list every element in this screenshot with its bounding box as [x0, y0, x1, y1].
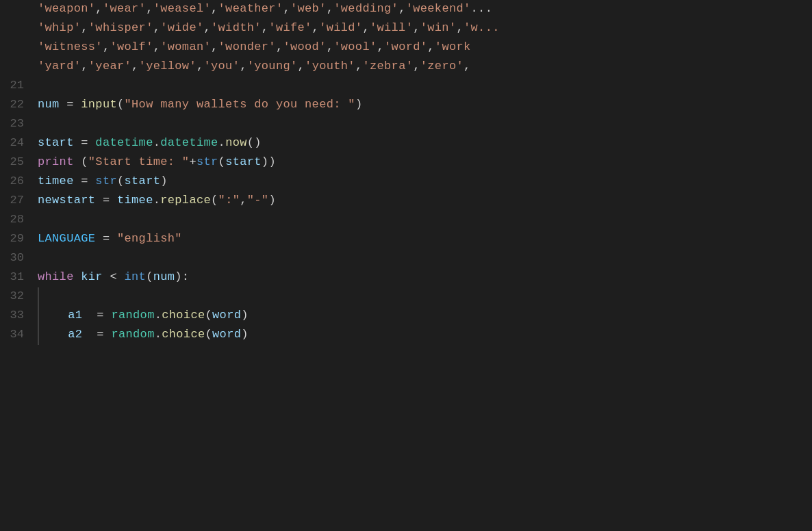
line-content: newstart = timee.replace(":","-"): [38, 192, 812, 209]
line-content: LANGUAGE = "english": [38, 230, 812, 248]
line-number: 29: [0, 230, 38, 248]
code-line: 'weapon','wear','weasel','weather','web'…: [0, 0, 812, 19]
line-content: while kir < int(num):: [38, 268, 812, 286]
line-number: 21: [0, 77, 38, 94]
code-line: 28: [0, 211, 812, 230]
line-number: 28: [0, 211, 38, 229]
indent-bar: [38, 307, 39, 326]
code-line: 32: [0, 287, 812, 307]
line-content: num = input("How many wallets do you nee…: [38, 96, 812, 114]
line-number: 22: [0, 96, 38, 114]
indent-bar: [38, 326, 39, 345]
line-number: 27: [0, 192, 38, 209]
line-content: 'yard','year','yellow','you','young','yo…: [38, 57, 812, 75]
code-line: 29LANGUAGE = "english": [0, 230, 812, 249]
code-line: 34 a2 = random.choice(word): [0, 326, 812, 345]
line-number: 26: [0, 172, 38, 190]
code-line: 21: [0, 77, 812, 96]
line-content: [38, 287, 812, 306]
line-number: 25: [0, 153, 38, 171]
line-content: a1 = random.choice(word): [38, 307, 812, 325]
code-editor: 'weapon','wear','weasel','weather','web'…: [0, 0, 812, 531]
line-number: 33: [0, 307, 38, 324]
code-line: 22num = input("How many wallets do you n…: [0, 96, 812, 115]
line-number: 34: [0, 326, 38, 344]
code-line: 25print ("Start time: "+str(start)): [0, 153, 812, 172]
code-line: 26timee = str(start): [0, 172, 812, 192]
code-line: 'witness','wolf','woman','wonder','wood'…: [0, 38, 812, 57]
code-line: 30: [0, 249, 812, 268]
line-number: 31: [0, 268, 38, 286]
code-line: 24start = datetime.datetime.now(): [0, 134, 812, 153]
code-line: 31while kir < int(num):: [0, 268, 812, 287]
line-number: 32: [0, 287, 38, 305]
code-line: 'yard','year','yellow','you','young','yo…: [0, 57, 812, 77]
line-content: a2 = random.choice(word): [38, 326, 812, 344]
code-line: 23: [0, 115, 812, 134]
code-line: 27newstart = timee.replace(":","-"): [0, 192, 812, 211]
indent-bar: [38, 287, 39, 307]
line-content: print ("Start time: "+str(start)): [38, 153, 812, 171]
line-number: 24: [0, 134, 38, 152]
line-content: timee = str(start): [38, 172, 812, 190]
line-content: 'witness','wolf','woman','wonder','wood'…: [38, 38, 812, 56]
line-content: 'whip','whisper','wide','width','wife','…: [38, 19, 812, 37]
line-number: 30: [0, 249, 38, 267]
line-number: 23: [0, 115, 38, 133]
code-line: 33 a1 = random.choice(word): [0, 307, 812, 326]
line-content: 'weapon','wear','weasel','weather','web'…: [38, 0, 812, 18]
line-content: start = datetime.datetime.now(): [38, 134, 812, 152]
code-line: 'whip','whisper','wide','width','wife','…: [0, 19, 812, 38]
